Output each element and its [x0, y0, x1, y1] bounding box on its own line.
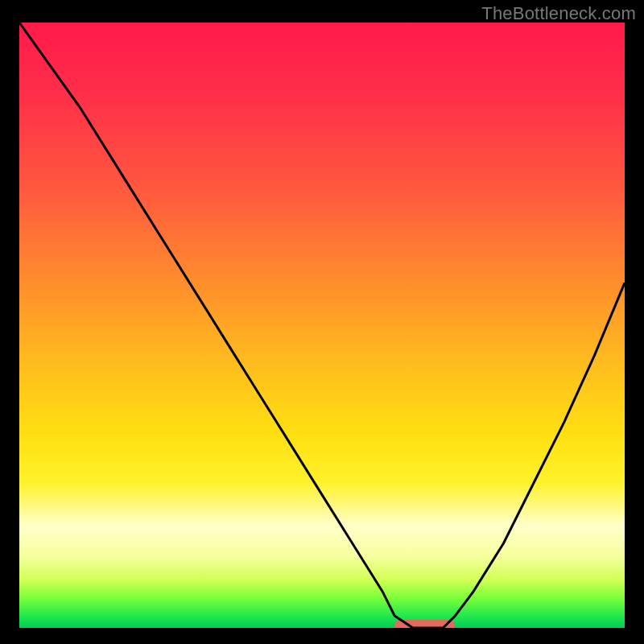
watermark-text: TheBottleneck.com — [481, 3, 636, 24]
curve-path — [19, 23, 625, 628]
chart-frame: TheBottleneck.com — [0, 0, 644, 644]
bottleneck-curve — [19, 23, 625, 628]
plot-area — [19, 23, 625, 628]
